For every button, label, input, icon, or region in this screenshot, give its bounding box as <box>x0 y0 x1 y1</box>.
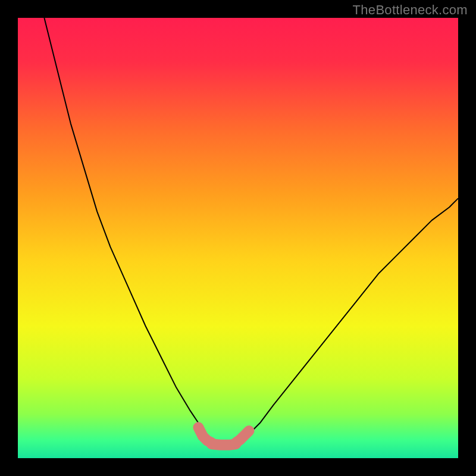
watermark-text: TheBottleneck.com <box>353 2 468 18</box>
bottleneck-chart <box>0 0 476 476</box>
plot-background <box>18 18 458 458</box>
chart-stage: TheBottleneck.com <box>0 0 476 476</box>
